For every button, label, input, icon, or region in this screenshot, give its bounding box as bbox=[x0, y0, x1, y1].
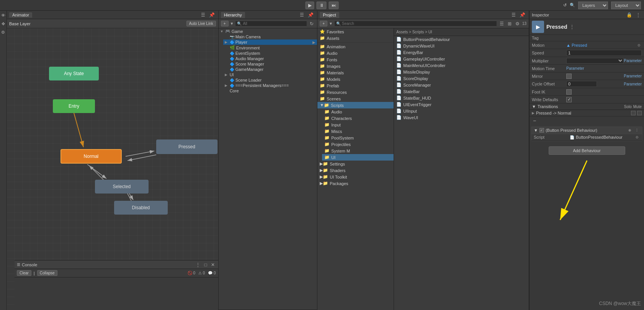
fav-materials[interactable]: 📁 Materials bbox=[317, 69, 394, 76]
inspector-lock-btn[interactable]: 🔒 bbox=[625, 12, 633, 18]
console-menu-icon[interactable]: ⋮ bbox=[195, 262, 201, 268]
disabled-state-node[interactable]: Disabled bbox=[114, 201, 168, 215]
auto-live-link-btn[interactable]: Auto Live Link bbox=[186, 21, 216, 26]
fav-animation[interactable]: 📁 Animation bbox=[317, 43, 394, 50]
inspector-motion-target-btn[interactable]: ⊙ bbox=[636, 43, 642, 48]
fav-scripts-pool[interactable]: 📁 PoolSystem bbox=[322, 134, 394, 141]
fav-scripts-miscs[interactable]: 📁 Miscs bbox=[322, 128, 394, 134]
project-menu-btn[interactable]: ☰ bbox=[510, 12, 517, 18]
any-state-node[interactable]: Any State bbox=[49, 67, 99, 80]
fav-scripts-sys[interactable]: 📁 System M bbox=[322, 148, 394, 154]
tree-item-sceneloader[interactable]: 🔷 Scene Loader bbox=[223, 77, 317, 83]
fav-assets[interactable]: 📁 Assets bbox=[317, 35, 394, 41]
transition-pressed-normal[interactable]: ▶ Pressed -> Normal bbox=[530, 110, 644, 116]
tree-item-player[interactable]: ▶ 🔷 Player ▶ bbox=[223, 39, 317, 45]
remove-transition-btn[interactable]: − bbox=[532, 117, 537, 124]
console-close-icon[interactable]: ✕ bbox=[210, 262, 216, 268]
fav-scripts-chars[interactable]: 📁 Characters bbox=[322, 115, 394, 121]
project-view-btn1[interactable]: ☰ bbox=[499, 21, 505, 27]
asset-statebar[interactable]: 📄 StateBar bbox=[394, 88, 529, 95]
inspector-name-options[interactable]: ⋮ bbox=[569, 24, 575, 30]
fav-images[interactable]: 📁 Images bbox=[317, 63, 394, 69]
asset-missiledisplay[interactable]: 📄 MissileDisplay bbox=[394, 69, 529, 75]
mute-checkbox[interactable] bbox=[637, 111, 642, 115]
asset-gameplayui[interactable]: 📄 GameplayUIController bbox=[394, 56, 529, 62]
hierarchy-menu-btn[interactable]: ☰ bbox=[299, 12, 305, 18]
asset-statebar-hud[interactable]: 📄 StateBar_HUD bbox=[394, 95, 529, 101]
fav-shaders[interactable]: ▶📁 Shaders bbox=[317, 167, 394, 174]
hierarchy-search-input[interactable] bbox=[243, 21, 305, 26]
normal-state-node[interactable]: Normal bbox=[60, 149, 122, 164]
project-view-btn2[interactable]: ⊞ bbox=[507, 21, 513, 27]
inspector-speed-param-label[interactable]: Parameter bbox=[624, 59, 642, 63]
script-target-btn[interactable]: ⊙ bbox=[634, 135, 640, 139]
tree-item-scoremanager[interactable]: 🔷 Score Manager bbox=[223, 61, 317, 67]
add-behaviour-button[interactable]: Add Behaviour bbox=[549, 146, 625, 155]
asset-uieventtrigger[interactable]: 📄 UIEventTrigger bbox=[394, 101, 529, 108]
hierarchy-refresh-btn[interactable]: ↻ bbox=[309, 21, 315, 27]
animator-canvas[interactable]: Any State Entry Normal Pressed Selected … bbox=[7, 28, 218, 310]
settings-icon[interactable]: ⚙ bbox=[0, 29, 6, 35]
fav-fonts[interactable]: 📁 Fonts bbox=[317, 56, 394, 63]
inspector-mirror-param[interactable]: Parameter bbox=[624, 74, 642, 78]
layers-dropdown[interactable]: Layers bbox=[578, 2, 608, 9]
asset-waveui[interactable]: 📄 WaveUI bbox=[394, 114, 529, 121]
behaviour-options-btn2[interactable]: ⋮ bbox=[634, 128, 640, 133]
asset-energybar[interactable]: 📄 EnergyBar bbox=[394, 49, 529, 56]
project-add-btn[interactable]: + bbox=[320, 21, 327, 26]
fav-scenes[interactable]: 📁 Scenes bbox=[317, 95, 394, 102]
tree-item-environment[interactable]: 🌿 Environment bbox=[223, 45, 317, 51]
tree-item-ui[interactable]: ▶ UI bbox=[223, 72, 317, 77]
tree-item-maincamera[interactable]: 📷 Main Camera bbox=[223, 34, 317, 39]
move-icon[interactable]: ✥ bbox=[0, 21, 6, 27]
hierarchy-tab[interactable]: Hierarchy bbox=[221, 12, 245, 18]
project-view-btn3[interactable]: ⚙ bbox=[514, 21, 521, 27]
inspector-mirror-checkbox[interactable] bbox=[566, 74, 572, 79]
fav-uitoolkit[interactable]: ▶📁 UI Toolkit bbox=[317, 174, 394, 180]
inspector-cycleoffset-input[interactable] bbox=[566, 81, 597, 87]
hierarchy-pin-btn[interactable]: 📌 bbox=[307, 12, 315, 18]
animator-menu-icon[interactable]: ☰ bbox=[200, 12, 206, 18]
animator-tab[interactable]: Animator bbox=[9, 12, 32, 18]
player-expand-btn[interactable]: ▶ bbox=[312, 40, 315, 44]
inspector-cycleoffset-param[interactable]: Parameter bbox=[624, 82, 642, 86]
asset-buttonpressed[interactable]: 📄 ButtonPressedBehaviour bbox=[394, 36, 529, 43]
fav-scripts-ui[interactable]: 📁 UI bbox=[322, 154, 394, 161]
undo-icon[interactable]: ↺ bbox=[563, 3, 567, 8]
console-collapse-btn[interactable]: Collapse bbox=[37, 270, 57, 276]
tree-item-persistent[interactable]: ▶ 🔷 ===Persistent Managers=== bbox=[223, 83, 317, 88]
behaviour-expand-icon[interactable]: ▼ bbox=[534, 128, 538, 133]
fav-prefab[interactable]: 📁 Prefab bbox=[317, 82, 394, 89]
fav-models[interactable]: 📁 Models bbox=[317, 76, 394, 82]
favorites-header-item[interactable]: ⭐ Favorites bbox=[317, 28, 394, 35]
fav-packages[interactable]: ▶📁 Packages bbox=[317, 180, 394, 187]
pause-button[interactable]: ⏸ bbox=[317, 2, 327, 9]
console-clear-btn[interactable]: Clear bbox=[17, 270, 31, 276]
project-pin-btn[interactable]: 📌 bbox=[518, 12, 526, 18]
asset-mainmenuui[interactable]: 📄 MainMenuUIController bbox=[394, 62, 529, 69]
inspector-multiplier-select[interactable] bbox=[566, 58, 624, 64]
asset-dynamicwave[interactable]: 📄 DynamicWaveUI bbox=[394, 43, 529, 49]
inspector-motiontime-param[interactable]: Parameter bbox=[566, 66, 584, 71]
inspector-writedefaults-checkbox[interactable]: ✓ bbox=[566, 97, 572, 102]
hierarchy-add-btn[interactable]: + bbox=[221, 21, 229, 26]
tree-item-audiomanager[interactable]: 🔷 Audio Manager bbox=[223, 56, 317, 61]
inspector-menu-btn[interactable]: ⋮ bbox=[635, 12, 642, 18]
step-button[interactable]: ⏭ bbox=[329, 2, 339, 9]
fav-audio[interactable]: 📁 Audio bbox=[317, 50, 394, 56]
eye-icon[interactable]: 👁 bbox=[0, 12, 6, 18]
asset-scoredisplay[interactable]: 📄 ScoreDisplay bbox=[394, 75, 529, 82]
entry-state-node[interactable]: Entry bbox=[53, 99, 95, 113]
play-button[interactable]: ▶ bbox=[306, 2, 314, 9]
inspector-speed-input[interactable] bbox=[566, 50, 642, 56]
fav-scripts-input[interactable]: 📁 Input bbox=[322, 121, 394, 128]
tree-item-gamemanager[interactable]: 🔷 GameManager bbox=[223, 67, 317, 72]
behaviour-enabled-checkbox[interactable]: ✓ bbox=[539, 128, 544, 133]
solo-checkbox[interactable] bbox=[631, 111, 636, 115]
fav-scripts-audio[interactable]: 📁 Audio bbox=[322, 108, 394, 115]
asset-scoremanager[interactable]: 📄 ScoreManager bbox=[394, 82, 529, 88]
fav-scripts-proj[interactable]: 📁 Projectiles bbox=[322, 141, 394, 148]
fav-resources[interactable]: 📁 Resources bbox=[317, 89, 394, 95]
selected-state-node[interactable]: Selected bbox=[95, 180, 149, 194]
asset-uiinput[interactable]: 📄 UIInput bbox=[394, 108, 529, 114]
